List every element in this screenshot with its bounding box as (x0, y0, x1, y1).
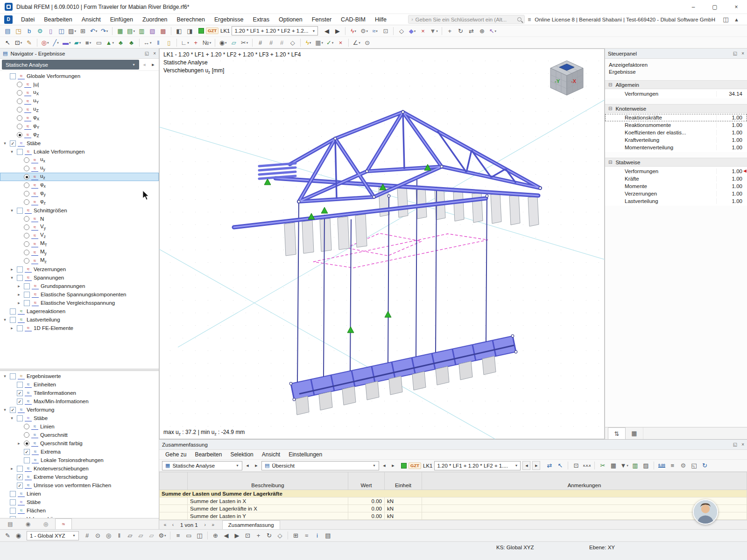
table-layout-icon[interactable]: ▥ (137, 26, 147, 36)
tab-zusammenfassung[interactable]: Zusammenfassung (222, 520, 280, 529)
measure-icon[interactable]: ∠▾ (352, 38, 361, 48)
print-table-icon[interactable]: ▨ (641, 461, 651, 470)
checkbox[interactable] (24, 457, 30, 463)
factor-value[interactable]: 1.00 (716, 130, 747, 135)
radio-button[interactable] (24, 250, 29, 255)
tree-item-u[interactable]: ≈|u| (0, 80, 159, 89)
tree-item-x[interactable]: ≈φX (0, 114, 159, 122)
center-view-icon[interactable]: ⊕ (211, 531, 220, 540)
section-cut-icon[interactable]: ✂▾ (240, 38, 249, 48)
factor-value[interactable]: 1.00 (716, 176, 747, 182)
chevron-down-icon[interactable]: ▾ (2, 374, 8, 378)
chevron-down-icon[interactable]: ▾ (9, 149, 15, 154)
radio-button[interactable] (24, 258, 29, 264)
radio-button[interactable] (24, 157, 29, 163)
tables-toggle-icon[interactable]: ◨ (185, 26, 195, 36)
numbering-icon[interactable]: №▾ (202, 38, 212, 48)
radio-button[interactable] (24, 182, 29, 188)
nav-tab-display[interactable]: ◉ (20, 518, 36, 529)
checkbox[interactable] (17, 415, 23, 421)
tree-item-grundspannungen[interactable]: ▸≈Grundspannungen (0, 282, 159, 290)
factor-row-kraftverteilung[interactable]: Kraftverteilung1.00 (605, 136, 747, 144)
menu-cad-bim[interactable]: CAD-BIM (337, 14, 370, 25)
tree-item-u-z[interactable]: ≈uz (0, 173, 159, 181)
view-xz-icon[interactable]: # (266, 38, 276, 48)
snap-settings-icon[interactable]: ⊙ (362, 38, 372, 48)
radio-button[interactable] (24, 166, 29, 171)
checkbox[interactable]: ✓ (17, 483, 23, 489)
radio-button[interactable] (17, 107, 22, 112)
coordinate-system-combobox[interactable]: 1 - Global XYZ ▼ (27, 531, 79, 540)
factor-value[interactable]: 1.00 (716, 198, 747, 204)
checkbox[interactable] (17, 382, 23, 388)
menu-optionen[interactable]: Optionen (275, 14, 307, 25)
radio-button[interactable] (17, 124, 22, 129)
view-xy-icon[interactable]: # (255, 38, 265, 48)
checkbox[interactable]: ✓ (17, 399, 23, 405)
tree-item-m-t[interactable]: ≈MT (0, 240, 159, 248)
radio-button[interactable] (24, 424, 29, 429)
checkbox[interactable] (17, 266, 23, 273)
tree-item-schnittgrößen[interactable]: ▾≈Schnittgrößen (0, 206, 159, 215)
work-plane-yz-icon[interactable]: ▱ (147, 531, 156, 540)
chevron-right-icon[interactable]: ▸ (9, 267, 15, 272)
select-rectangle-icon[interactable]: ⊡▾ (14, 38, 23, 48)
summary-table[interactable]: BeschreibungWertEinheitAnmerkungen Summe… (159, 472, 747, 520)
float-panel-icon[interactable]: ◱ (733, 442, 737, 447)
new-table-icon[interactable]: ▦ (115, 26, 125, 36)
refresh-table-icon[interactable]: ↻ (700, 461, 710, 470)
float-panel-icon[interactable]: ◱ (733, 51, 737, 56)
checkbox[interactable] (10, 508, 16, 514)
cube-face-label-x[interactable]: -X (571, 78, 577, 84)
loadcase-combobox[interactable]: 1.20 * LF1 + 1.20 * LF2 + 1.2... ▼ (232, 26, 318, 35)
close-panel-icon[interactable]: × (153, 51, 156, 56)
next-view-button[interactable]: ▶ (389, 461, 397, 470)
tree-item-spannungen[interactable]: ▾≈Spannungen (0, 273, 159, 282)
zoom-window-icon[interactable]: ⊡ (243, 531, 253, 540)
visibility-filter-icon[interactable]: ▼▾ (429, 26, 438, 36)
factor-value[interactable]: 34.14 (716, 91, 747, 97)
minimize-button[interactable]: – (683, 0, 704, 14)
chevron-down-icon[interactable]: ▾ (2, 317, 8, 322)
tree-item-verformung[interactable]: ▾✓≈Verformung (0, 406, 159, 414)
tree-item-ergebniswerte[interactable]: ▾≈Ergebniswerte (0, 372, 159, 380)
nav-tab-views[interactable]: ◎ (37, 518, 54, 529)
view-yz-icon[interactable]: # (277, 38, 287, 48)
menu-ergebnisse[interactable]: Ergebnisse (210, 14, 248, 25)
checkbox[interactable] (24, 283, 30, 289)
visibility-mode-icon[interactable]: ◉▾ (218, 38, 228, 48)
radio-button[interactable] (24, 441, 29, 446)
factor-row-verformungen[interactable]: Verformungen34.14 (605, 90, 747, 98)
perspective-view-icon[interactable]: ◇ (275, 531, 285, 540)
table-row[interactable]: Summe der Lasten in X0.00kN (160, 497, 747, 505)
chevron-right-icon[interactable]: ▸ (16, 292, 22, 297)
panel-tab-panel[interactable]: ▦ (626, 427, 643, 439)
clipping-planes-icon[interactable]: ▱ (229, 38, 239, 48)
margins-stamp-icon[interactable]: ◫ (195, 531, 204, 540)
guidelines-toggle-icon[interactable]: ‖ (114, 531, 124, 540)
print-graphic-icon[interactable]: ▨▾ (67, 26, 77, 36)
menu-extras[interactable]: Extras (249, 14, 274, 25)
factor-row-reaktionsmomente[interactable]: Reaktionsmomente1.00 (605, 121, 747, 129)
analysis-type-combobox[interactable]: Statische Analyse ▼ (2, 60, 139, 70)
checkbox[interactable] (10, 491, 16, 497)
object-info-icon[interactable]: i (312, 531, 322, 540)
tree-item-lagerreaktionen[interactable]: ≈Lagerreaktionen (0, 307, 159, 315)
tree-item-extreme-verschiebung[interactable]: ✓≈Extreme Verschiebung (0, 473, 159, 481)
radio-button[interactable] (24, 241, 29, 247)
tree-item-v-y[interactable]: ≈Vy (0, 223, 159, 231)
radio-button[interactable] (24, 199, 29, 205)
model-check-icon[interactable]: ✓▾ (325, 38, 335, 48)
menu-selektion[interactable]: Selektion (226, 450, 257, 460)
checkbox[interactable] (17, 466, 23, 472)
insert-node-icon[interactable]: ◎▾ (40, 38, 50, 48)
insert-support-icon[interactable]: ▲▾ (105, 38, 115, 48)
menu-gehe-zu[interactable]: Gehe zu (161, 450, 190, 460)
factor-row-momente[interactable]: Momente1.00 (605, 182, 747, 190)
work-plane-xy-icon[interactable]: ▱ (125, 531, 135, 540)
rotate-view-icon[interactable]: ↻ (264, 531, 274, 540)
radio-button[interactable] (24, 224, 29, 230)
radio-button[interactable] (17, 115, 22, 121)
factor-value[interactable]: 1.00 (716, 122, 747, 128)
dimension-icon[interactable]: ↔▾ (142, 38, 153, 48)
